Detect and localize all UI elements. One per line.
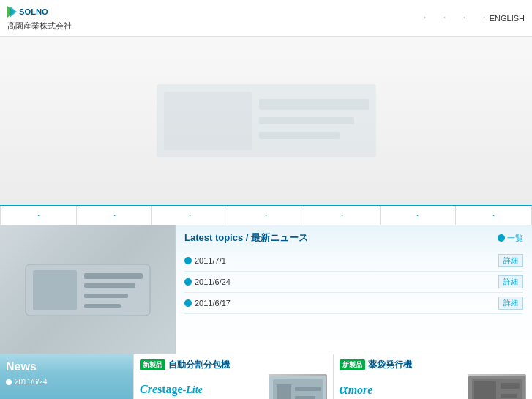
tab-5[interactable]: ・ [304,206,381,225]
news-detail-1[interactable]: 詳細 [498,254,523,267]
news-bullet-2 [184,278,192,286]
svg-point-14 [498,234,505,242]
product-alpha-main: αmore [340,379,396,398]
nav-area: ENGLISH [421,12,525,23]
svg-rect-10 [84,273,143,279]
english-link[interactable]: ENGLISH [480,12,525,23]
news-title: Latest topics / 最新ニュース [184,231,308,245]
product-header-2: 新製品 薬袋発行機 [340,359,527,371]
news-bullet-1 [184,257,192,264]
news-date-1: 2011/7/1 [195,256,226,265]
svg-marker-1 [10,6,17,18]
header: SOLNO 高園産業株式会社 ENGLISH [0,0,532,37]
product-panel-2: 新製品 薬袋発行機 αmore アルファモア DF-8 [333,354,533,399]
bottom-news-title: News [6,360,127,373]
news-bullet-3 [184,299,192,307]
product-logo-area-2: αmore アルファモア DF-8 [340,374,527,399]
main-content: Latest topics / 最新ニュース 一覧 2011/7/1 詳細 20… [0,225,532,354]
tab-4[interactable]: ・ [228,206,304,225]
svg-rect-23 [501,383,520,389]
logo-image: SOLNO [7,4,66,19]
news-item-3: 2011/6/17 詳細 [184,293,523,314]
svg-rect-6 [259,117,354,124]
tab-6[interactable]: ・ [381,206,457,225]
news-date-3: 2011/6/17 [195,299,231,307]
svg-rect-17 [277,384,291,400]
bottom-news-date: 2011/6/24 [6,378,127,386]
svg-rect-9 [33,270,77,310]
news-date-2: 2011/6/24 [195,277,231,286]
product-logo-text-2: αmore アルファモア DF-8 [340,379,396,399]
product-panel-1: 新製品 自動分割分包機 Crestage-Lite クレステージ・ライト [133,354,333,399]
svg-rect-11 [84,283,135,288]
svg-rect-12 [84,294,128,298]
bottom-news-date-text: 2011/6/24 [15,378,48,386]
svg-rect-19 [295,396,315,400]
banner-area [0,37,532,205]
bottom-news-section: News 2011/6/24 [0,354,133,399]
news-item-2: 2011/6/24 詳細 [184,272,523,293]
svg-rect-24 [501,394,517,398]
tab-1[interactable]: ・ [0,206,77,225]
news-detail-2[interactable]: 詳細 [498,275,523,288]
tab-3[interactable]: ・ [152,206,228,225]
svg-rect-7 [259,132,340,139]
news-item-1: 2011/7/1 詳細 [184,250,523,272]
new-badge-2: 新製品 [340,359,365,370]
svg-rect-18 [295,387,321,391]
svg-rect-22 [474,381,496,400]
svg-rect-5 [259,99,369,110]
bottom-products: 新製品 自動分割分包機 Crestage-Lite クレステージ・ライト [133,354,532,399]
svg-rect-4 [164,92,252,150]
product-img-1 [269,374,327,399]
news-list-label: 一覧 [507,233,523,244]
news-list-link[interactable]: 一覧 [497,233,523,244]
news-panel: Latest topics / 最新ニュース 一覧 2011/7/1 詳細 20… [176,225,532,354]
product-header-1: 新製品 自動分割分包機 [140,359,327,371]
product-logo-main-1: Crestage-Lite [140,381,206,397]
product-name-1: 自動分割分包機 [168,359,230,371]
bottom-area: News 2011/6/24 新製品 自動分割分包機 Crestage-Lite… [0,354,532,399]
nav-dot-2[interactable] [441,12,449,23]
product-panel [0,225,176,354]
tab-7[interactable]: ・ [456,206,532,225]
tab-2[interactable]: ・ [77,206,153,225]
company-name: 高園産業株式会社 [7,20,72,31]
news-header: Latest topics / 最新ニュース 一覧 [184,231,523,245]
logo-area: SOLNO 高園産業株式会社 [7,4,72,31]
nav-dot-3[interactable] [460,12,468,23]
product-img-2 [468,374,526,399]
new-badge-1: 新製品 [140,359,165,370]
product-image [22,257,154,323]
product-name-2: 薬袋発行機 [368,359,412,371]
news-item-left-2: 2011/6/24 [184,277,231,286]
news-item-left-3: 2011/6/17 [184,299,231,307]
nav-dot-1[interactable] [421,12,429,23]
product-logo-area-1: Crestage-Lite クレステージ・ライト [140,374,327,399]
bottom-news-bullet [6,379,12,385]
product-logo-text-1: Crestage-Lite クレステージ・ライト [140,381,206,400]
news-detail-3[interactable]: 詳細 [498,297,523,310]
svg-text:SOLNO: SOLNO [19,7,48,16]
news-item-left-1: 2011/7/1 [184,256,226,265]
tab-navigation: ・ ・ ・ ・ ・ ・ ・ [0,205,532,225]
svg-rect-13 [84,304,121,308]
